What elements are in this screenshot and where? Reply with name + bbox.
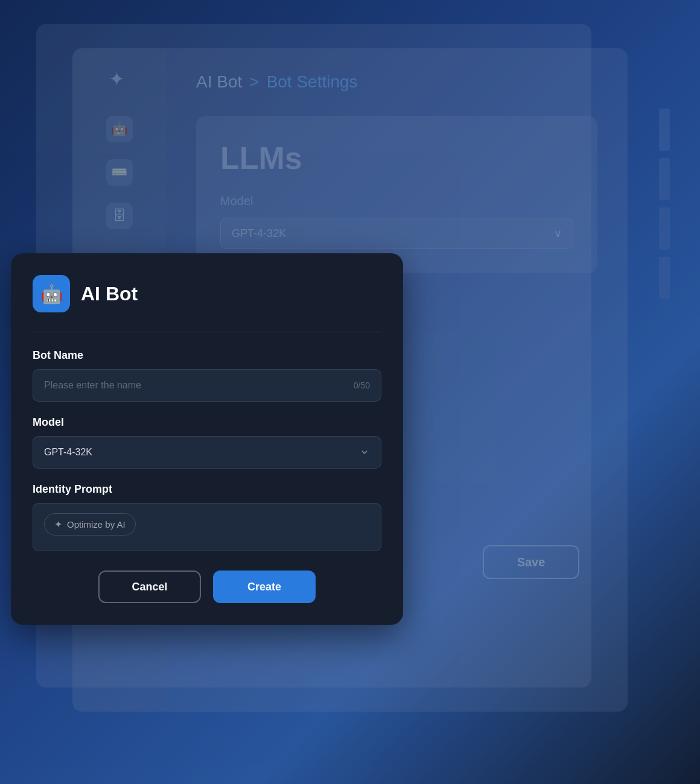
bot-name-input[interactable]: Please enter the name 0/50 xyxy=(33,369,381,402)
cancel-button[interactable]: Cancel xyxy=(98,571,201,603)
model-select[interactable]: GPT-4-32K xyxy=(33,436,381,469)
create-bot-modal: 🤖 AI Bot Bot Name Please enter the name … xyxy=(11,253,403,625)
modal-title: AI Bot xyxy=(81,283,138,305)
modal-header: 🤖 AI Bot xyxy=(33,275,381,312)
model-label: Model xyxy=(33,416,381,429)
sparkle-icon: ✦ xyxy=(54,519,62,530)
bot-name-label: Bot Name xyxy=(33,349,381,362)
modal-actions: Cancel Create xyxy=(33,571,381,603)
identity-prompt-area[interactable]: ✦ Optimize by AI xyxy=(33,503,381,551)
create-button[interactable]: Create xyxy=(213,571,316,603)
identity-prompt-label: Identity Prompt xyxy=(33,483,381,496)
model-value: GPT-4-32K xyxy=(44,447,92,458)
modal-divider xyxy=(33,332,381,332)
bot-name-placeholder: Please enter the name xyxy=(44,380,141,391)
chevron-down-icon xyxy=(359,447,370,458)
optimize-label: Optimize by AI xyxy=(67,519,126,530)
optimize-by-ai-button[interactable]: ✦ Optimize by AI xyxy=(44,513,136,536)
modal-bot-icon: 🤖 xyxy=(33,275,70,312)
bot-name-counter: 0/50 xyxy=(354,381,370,390)
